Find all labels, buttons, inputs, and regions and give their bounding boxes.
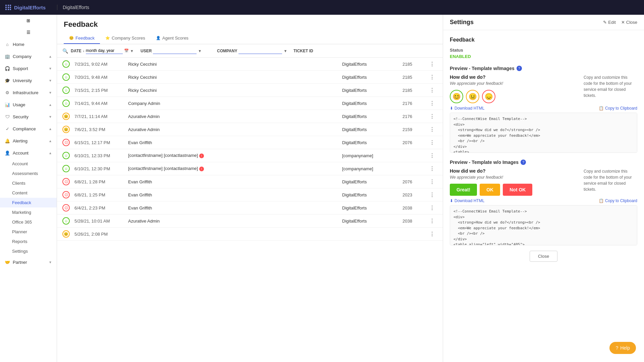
sidebar-label-support: Support (13, 66, 28, 71)
row-menu[interactable]: ⋮ (429, 74, 437, 80)
sidebar-item-company[interactable]: 🏢Company ▲ (0, 50, 57, 62)
tab-feedback[interactable]: 😊 Feedback (64, 33, 100, 44)
sidebar-label-home: Home (13, 42, 24, 47)
table-row: 😐 7/7/21, 11:14 AM Azurative Admin Digit… (57, 110, 443, 123)
ticket-cell: 2076 (402, 179, 429, 184)
sidebar-item-partner[interactable]: 🤝Partner ▼ (0, 256, 57, 268)
row-menu[interactable]: ⋮ (429, 153, 437, 159)
company-cell: DigitalEfforts (342, 140, 402, 145)
settings-edit-button[interactable]: ✎ Edit (603, 20, 615, 25)
sidebar-sub-account[interactable]: Account (0, 159, 57, 169)
row-menu[interactable]: ⋮ (429, 61, 437, 67)
sidebar-label-partner: Partner (13, 260, 27, 265)
sidebar-item-infrastructure[interactable]: ⚙Infrastructure ▼ (0, 86, 57, 99)
sidebar-menu-icon[interactable]: ☰ (0, 26, 57, 38)
row-menu[interactable]: ⋮ (429, 166, 437, 172)
usage-icon: 📊 (5, 102, 10, 107)
close-settings-button[interactable]: Close (530, 251, 557, 262)
row-menu[interactable]: ⋮ (429, 179, 437, 185)
sidebar-item-usage[interactable]: 📊Usage ▲ (0, 99, 57, 111)
company-filter-button[interactable]: ▼ (283, 49, 287, 53)
table-row: ☺ 5/28/21, 10:01 AM Azurative Admin Digi… (57, 215, 443, 228)
row-menu[interactable]: ⋮ (429, 231, 437, 237)
sidebar-item-account[interactable]: 👤Account ▲ (0, 147, 57, 159)
sidebar-item-alerting[interactable]: 🔔Alerting ▲ (0, 135, 57, 147)
company-filter-input[interactable] (238, 48, 282, 54)
sidebar-item-home[interactable]: ⌂Home (0, 38, 57, 50)
copy-clipboard-button-images[interactable]: 📋 Copy to Clipboard (599, 106, 637, 111)
download-icon-images: ⬇ (450, 106, 453, 111)
sidebar-label-security: Security (13, 114, 29, 119)
sidebar-sub-clients[interactable]: Clients (0, 178, 57, 188)
alerting-icon: 🔔 (5, 138, 10, 143)
code-block-with-images[interactable]: <!--ConnectWise Email Template--> <div> … (450, 113, 637, 153)
row-menu[interactable]: ⋮ (429, 205, 437, 211)
tab-company-scores[interactable]: ⭐ Company Scores (100, 33, 151, 44)
row-menu[interactable]: ⋮ (429, 218, 437, 224)
ticket-cell: 2185 (402, 88, 429, 93)
security-chevron: ▼ (49, 115, 52, 119)
download-html-button-images[interactable]: ⬇ Download HTML (450, 106, 484, 111)
sidebar-sub-assessments[interactable]: Assessments (0, 169, 57, 178)
sidebar-item-university[interactable]: 🎓University ▼ (0, 74, 57, 86)
date-cell: 7/6/21, 3:52 PM (74, 127, 128, 132)
sidebar-grid-icon[interactable]: ⊞ (0, 15, 57, 26)
compliance-chevron: ▲ (49, 127, 52, 131)
sidebar-item-support[interactable]: 🎧Support ▼ (0, 62, 57, 74)
status-label: Status (450, 48, 637, 53)
sidebar-sub-reports[interactable]: Reports (0, 237, 57, 246)
company-scores-tab-icon: ⭐ (105, 36, 110, 40)
brand-icon (5, 5, 11, 10)
sidebar-sub-content[interactable]: Content (0, 188, 57, 198)
tab-feedback-label: Feedback (75, 36, 95, 41)
date-calendar-button[interactable]: 📅 (124, 49, 129, 53)
row-menu[interactable]: ⋮ (429, 100, 437, 107)
sidebar-sub-office365[interactable]: Office 365 (0, 217, 57, 227)
preview-with-images-info-icon[interactable]: ? (517, 66, 522, 71)
sidebar-label-company: Company (13, 54, 32, 59)
sidebar-sub-feedback[interactable]: Feedback (0, 198, 57, 207)
sidebar-sub-marketing[interactable]: Marketing (0, 207, 57, 217)
company-cell: DigitalEfforts (342, 101, 402, 106)
preview-without-images-content: How did we do? We appreciate your feedba… (450, 168, 637, 196)
user-col-header: USER (141, 49, 152, 53)
row-menu[interactable]: ⋮ (429, 126, 437, 133)
brand: DigitalEfforts (0, 5, 57, 10)
ok-button[interactable]: OK (480, 184, 500, 196)
download-html-button-no-images[interactable]: ⬇ Download HTML (450, 198, 484, 203)
sentiment-icon: ☺ (62, 100, 74, 107)
row-menu[interactable]: ⋮ (429, 192, 437, 198)
user-filter-button[interactable]: ▼ (198, 49, 202, 53)
row-menu[interactable]: ⋮ (429, 139, 437, 146)
tab-agent-scores[interactable]: 👤 Agent Scores (151, 33, 194, 44)
notok-button[interactable]: Not OK (503, 184, 532, 196)
settings-close-button[interactable]: ✕ Close (621, 20, 637, 25)
help-icon: ? (615, 345, 618, 351)
sidebar-sub-settings[interactable]: Settings (0, 246, 57, 256)
sidebar-label-infrastructure: Infrastructure (13, 90, 39, 95)
sentiment-icon: ☺ (62, 165, 74, 172)
ticket-cell: 2038 (402, 219, 429, 224)
help-button[interactable]: ? Help (609, 342, 636, 354)
sidebar-item-compliance[interactable]: ✓Compliance ▲ (0, 123, 57, 135)
sidebar-item-security[interactable]: 🛡Security ▼ (0, 111, 57, 123)
preview-without-images-header: Preview - Template w/o Images ? (450, 160, 637, 165)
copy-clipboard-button-no-images[interactable]: 📋 Copy to Clipboard (599, 198, 637, 203)
row-menu[interactable]: ⋮ (429, 113, 437, 120)
preview-without-images-info-icon[interactable]: ? (521, 160, 526, 165)
row-menu[interactable]: ⋮ (429, 87, 437, 94)
sidebar-label-compliance: Compliance (13, 126, 36, 131)
support-icon: 🎧 (5, 66, 10, 71)
date-cell: 7/20/21, 9:48 AM (74, 75, 128, 80)
date-filter-button[interactable]: ▼ (130, 49, 134, 53)
code-block-without-images[interactable]: <!--ConnectWise Email Template--> <div> … (450, 205, 637, 245)
sidebar-sub-planner[interactable]: Planner (0, 227, 57, 237)
search-button[interactable]: 🔍 (62, 48, 68, 54)
date-filter-input[interactable] (86, 48, 123, 54)
topbar: DigitalEfforts DigitalEfforts (0, 0, 644, 15)
user-filter-input[interactable] (153, 48, 197, 54)
university-icon: 🎓 (5, 78, 10, 83)
preview-card-without-images: How did we do? We appreciate your feedba… (450, 168, 580, 196)
date-cell: 5/26/21, 2:08 PM (74, 232, 128, 237)
great-button[interactable]: Great! (450, 184, 477, 196)
